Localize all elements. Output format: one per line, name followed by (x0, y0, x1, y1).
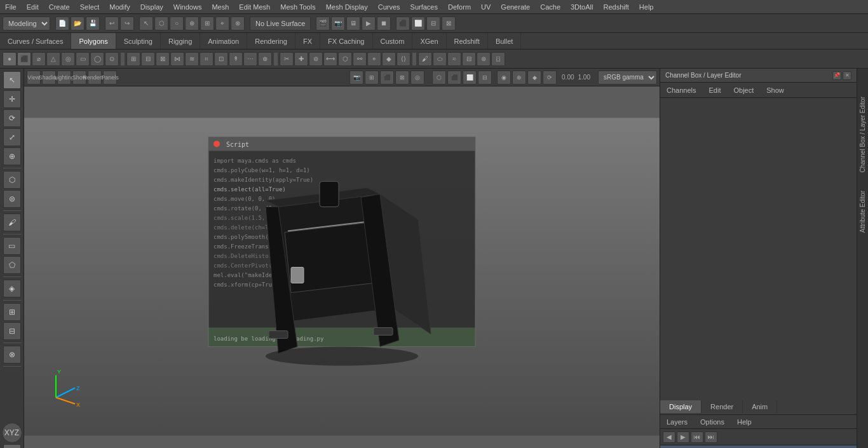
snap4-btn[interactable]: ⊗ (231, 17, 245, 31)
split-icon[interactable]: ✂ (280, 52, 294, 66)
menu-mesh-tools[interactable]: Mesh Tools (275, 2, 320, 12)
layers-menu[interactable]: Layers (660, 417, 694, 427)
flatten-icon[interactable]: ⊟ (462, 52, 476, 66)
tab-display[interactable]: Display (660, 400, 702, 413)
nav-home[interactable]: ⌂ (3, 444, 21, 448)
tab-anim[interactable]: Anim (743, 400, 777, 413)
viewport-content[interactable]: Script import maya.cmds as cmds cmds.pol… (24, 86, 660, 448)
xray2-btn[interactable]: ⊕ (512, 71, 526, 85)
menu-generate[interactable]: Generate (496, 2, 535, 12)
menu-modify[interactable]: Modify (104, 2, 135, 12)
plane-icon[interactable]: ▭ (76, 52, 90, 66)
channel-box-pin[interactable]: 📌 (832, 71, 841, 80)
panels-btn[interactable]: Panels (103, 71, 117, 85)
wireframe-btn[interactable]: ⬡ (432, 71, 446, 85)
menu-select[interactable]: Select (75, 2, 105, 12)
tab-edit[interactable]: Edit (702, 84, 727, 97)
menu-curves[interactable]: Curves (373, 2, 405, 12)
render-btn[interactable]: 🎬 (316, 17, 330, 31)
tab-curves-surfaces[interactable]: Curves / Surfaces (0, 33, 71, 49)
cone-icon[interactable]: △ (46, 52, 60, 66)
select-btn[interactable]: ↖ (3, 71, 21, 89)
menu-deform[interactable]: Deform (443, 2, 476, 12)
menu-uv[interactable]: UV (476, 2, 496, 12)
grid-vis-btn[interactable]: ⊞ (365, 71, 379, 85)
grid-btn[interactable]: ⊞ (3, 303, 21, 321)
tab-animation[interactable]: Animation (200, 33, 247, 49)
attribute-editor-side-tab[interactable]: Attribute Editor (858, 188, 867, 235)
menu-mesh[interactable]: Mesh (207, 2, 234, 12)
redo-btn[interactable]: ↪ (120, 17, 134, 31)
channel-box-side-tab[interactable]: Channel Box / Layer Editor (858, 94, 867, 175)
menu-edit[interactable]: Edit (22, 2, 44, 12)
render4-btn[interactable]: ▶ (362, 17, 376, 31)
render3-btn[interactable]: 🖥 (346, 17, 360, 31)
menu-display[interactable]: Display (135, 2, 168, 12)
ui-btn3[interactable]: ⊟ (426, 17, 440, 31)
connect-icon[interactable]: ⚯ (353, 52, 367, 66)
combine-icon[interactable]: ⊟ (141, 52, 155, 66)
select-tool-btn[interactable]: ↖ (139, 17, 153, 31)
snap-btn[interactable]: ⊕ (185, 17, 199, 31)
tab-object[interactable]: Object (727, 84, 760, 97)
snap3-btn[interactable]: ⌖ (215, 17, 229, 31)
render2-btn[interactable]: 📷 (331, 17, 345, 31)
workspace-select[interactable]: Modeling (3, 17, 50, 31)
ui-btn4[interactable]: ⊠ (442, 17, 456, 31)
disc-icon[interactable]: ◯ (90, 52, 104, 66)
scale-btn[interactable]: ⤢ (3, 128, 21, 146)
menu-create[interactable]: Create (44, 2, 75, 12)
flat-shade-btn[interactable]: ⬜ (463, 71, 477, 85)
paint-wts-btn[interactable]: 🖌 (3, 214, 21, 231)
resolution-btn[interactable]: ⬛ (380, 71, 394, 85)
subdiv-icon[interactable]: ⌗ (200, 52, 214, 66)
bridge-icon[interactable]: ⋯ (243, 52, 257, 66)
open-scene-btn[interactable]: 📂 (71, 17, 85, 31)
save-scene-btn[interactable]: 💾 (86, 17, 100, 31)
fill-icon[interactable]: ⊡ (214, 52, 228, 66)
new-scene-btn[interactable]: 📄 (55, 17, 69, 31)
coord-sys-btn[interactable]: ⊗ (3, 346, 21, 363)
options-menu[interactable]: Options (694, 417, 731, 427)
menu-help[interactable]: Help (634, 2, 659, 12)
ui-btn1[interactable]: ⬛ (396, 17, 410, 31)
undo-btn[interactable]: ↩ (105, 17, 119, 31)
extrude-icon[interactable]: ↟ (229, 52, 243, 66)
detach-icon[interactable]: ⌖ (367, 52, 381, 66)
channel-box-close[interactable]: ✕ (843, 71, 851, 80)
lasso-tool-btn[interactable]: ⬡ (154, 17, 168, 31)
tab-channels[interactable]: Channels (660, 84, 702, 97)
menu-edit-mesh[interactable]: Edit Mesh (234, 2, 275, 12)
next-layer-btn[interactable]: ▶ (677, 431, 689, 443)
soft-sel-btn[interactable]: ⊜ (3, 190, 21, 208)
collapse-icon[interactable]: ◆ (382, 52, 396, 66)
tab-redshift[interactable]: Redshift (447, 33, 488, 49)
shade-wire-btn[interactable]: ⊟ (478, 71, 492, 85)
relax-icon[interactable]: ≈ (447, 52, 461, 66)
lasso-btn[interactable]: ⬠ (3, 256, 21, 274)
xray-btn[interactable]: ◉ (497, 71, 511, 85)
tab-fx[interactable]: FX (295, 33, 320, 49)
torus-icon[interactable]: ◎ (61, 52, 75, 66)
render5-btn[interactable]: ⏹ (377, 17, 391, 31)
wedge-icon[interactable]: ⌼ (491, 52, 505, 66)
tab-render[interactable]: Render (702, 400, 743, 413)
tab-rendering[interactable]: Rendering (247, 33, 295, 49)
merge-icon[interactable]: ⟨⟩ (397, 52, 410, 66)
lighting-btn[interactable]: Lighting (57, 71, 71, 85)
prev-layer2-btn[interactable]: ⏮ (691, 431, 703, 443)
nav-xyz[interactable]: XYZ (2, 423, 22, 443)
paint-sel-icon[interactable]: 🖌 (418, 52, 432, 66)
tex-btn[interactable]: ⟳ (543, 71, 557, 85)
smooth-shade-btn[interactable]: ⬛ (447, 71, 461, 85)
poke-icon[interactable]: ⊛ (477, 52, 491, 66)
show-manip-btn[interactable]: ◈ (3, 280, 21, 297)
marquee-btn[interactable]: ▭ (3, 237, 21, 255)
separate-icon[interactable]: ⊠ (156, 52, 170, 66)
camera-icon[interactable]: 📷 (349, 71, 363, 85)
renderer-btn[interactable]: Renderer (88, 71, 102, 85)
prev-layer-btn[interactable]: ◀ (663, 431, 675, 443)
sculpt-icon[interactable]: ⬭ (433, 52, 447, 66)
pipe-icon[interactable]: ⊙ (105, 52, 119, 66)
insert-icon[interactable]: ✚ (294, 52, 308, 66)
